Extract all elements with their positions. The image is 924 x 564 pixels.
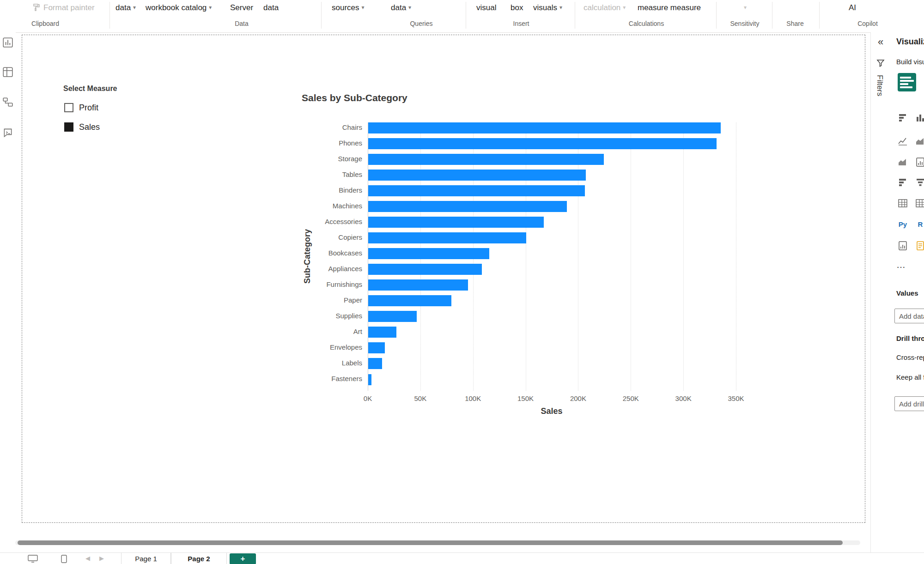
ribbon-separator (466, 2, 466, 29)
bar-tables[interactable] (368, 170, 586, 181)
server-button[interactable]: Server (230, 3, 253, 12)
mobile-layout-icon[interactable] (61, 555, 67, 563)
bar-accessories[interactable] (368, 217, 544, 228)
previous-page-arrow-icon[interactable]: ◀ (85, 555, 90, 562)
paginated-report-icon[interactable] (914, 239, 924, 252)
new-visual-label: visual (476, 3, 496, 12)
y-axis-category-label: Envelopes (270, 343, 362, 351)
y-axis-category-label: Bookcases (270, 249, 362, 257)
ribbon-group-share: Share (786, 20, 803, 27)
gridline (631, 122, 631, 391)
ribbon-separator (819, 2, 820, 29)
report-canvas[interactable]: Select Measure ProfitSales Sales by Sub-… (22, 35, 865, 523)
data-sources-label: sources (332, 3, 359, 12)
workbook-catalog-label: workbook catalog (146, 3, 207, 12)
workbook-catalog-button[interactable]: workbook catalog▾ (146, 3, 212, 12)
data-sources-button[interactable]: sources▾ (332, 3, 365, 12)
ribbon-group-queries: Queries (410, 20, 432, 27)
copilot-ai-label: AI (849, 3, 856, 12)
next-page-arrow-icon[interactable]: ▶ (99, 555, 104, 562)
refresh-data-button[interactable]: data▾ (391, 3, 411, 12)
server-label: Server (230, 3, 253, 12)
enter-data-button[interactable]: data (263, 3, 279, 12)
table-view-icon[interactable] (2, 67, 13, 78)
ribbon-group-insert: Insert (513, 20, 529, 27)
r-script-visual-icon[interactable]: R (914, 218, 924, 230)
filters-pane-label[interactable]: Filters (875, 75, 884, 96)
bar-art[interactable] (368, 327, 396, 338)
page-tab-1[interactable]: Page 1 (121, 553, 171, 564)
y-axis-category-label: Tables (270, 170, 362, 178)
values-field-well[interactable]: Add data fields here (894, 309, 924, 323)
text-box-label: box (511, 3, 523, 12)
y-axis-category-label: Fasteners (270, 375, 362, 382)
y-axis-category-label: Chairs (270, 123, 362, 131)
x-axis-tick-label: 0K (349, 394, 386, 402)
bar-supplies[interactable] (368, 311, 417, 322)
bar-labels[interactable] (368, 358, 382, 369)
bar-paper[interactable] (368, 295, 451, 306)
matrix-icon[interactable] (896, 197, 909, 210)
ribbon-group-data: Data (235, 20, 249, 27)
expand-pane-icon[interactable]: « (871, 36, 890, 48)
format-painter-label: Format painter (43, 3, 95, 12)
copilot-ai-button[interactable]: AI (849, 3, 856, 12)
y-axis-category-label: Labels (270, 359, 362, 367)
ribbon-separator (575, 2, 575, 29)
chevron-down-icon: ▾ (362, 4, 365, 11)
measure-buttons[interactable]: measure measure (638, 3, 701, 12)
stacked-bar-chart-icon[interactable] (896, 111, 909, 124)
bar-fasteners[interactable] (368, 374, 371, 385)
stacked-area-chart-icon[interactable] (896, 156, 909, 169)
report-view-icon[interactable] (2, 37, 13, 48)
keep-all-filters-label[interactable]: Keep all filters (896, 373, 924, 381)
chevron-down-icon: ▾ (559, 4, 562, 11)
new-visual-button[interactable]: visual (476, 3, 496, 12)
bar-machines[interactable] (368, 201, 567, 212)
funnel-chart-icon[interactable] (914, 176, 924, 189)
dax-query-view-icon[interactable] (2, 127, 13, 138)
bar-bookcases[interactable] (368, 248, 489, 259)
ribbon: Format painter data▾ workbook catalog▾ S… (0, 0, 924, 33)
bar-appliances[interactable] (368, 264, 482, 275)
more-visuals-button[interactable]: visuals▾ (533, 3, 562, 12)
report-visual-icon[interactable] (896, 239, 909, 252)
horizontal-scrollbar-track[interactable] (15, 540, 860, 545)
chevron-down-icon: ▾ (209, 4, 212, 11)
bar-chart-visual[interactable]: Sales by Sub-Category Sub-Category Sales… (22, 35, 865, 522)
line-chart-icon[interactable] (896, 135, 909, 148)
model-view-icon[interactable] (2, 97, 13, 108)
new-page-button[interactable]: + (230, 553, 256, 564)
bar-storage[interactable] (368, 154, 604, 165)
clustered-bar-chart-icon[interactable] (896, 176, 909, 189)
bar-chairs[interactable] (368, 122, 721, 133)
chevron-down-icon: ▾ (623, 4, 626, 11)
bar-furnishings[interactable] (368, 279, 468, 291)
bar-envelopes[interactable] (368, 342, 385, 353)
python-visual-icon[interactable]: Py (896, 218, 909, 230)
drill-through-section-label: Drill through (896, 334, 924, 342)
bar-phones[interactable] (368, 138, 717, 149)
gridline (683, 122, 684, 391)
bar-binders[interactable] (368, 185, 585, 196)
bar-copiers[interactable] (368, 232, 526, 243)
more-visuals-options-icon[interactable]: … (896, 260, 906, 270)
y-axis-category-label: Appliances (270, 265, 362, 273)
ribbon-chart-icon[interactable] (914, 156, 924, 169)
text-box-button[interactable]: box (511, 3, 523, 12)
desktop-layout-icon[interactable] (28, 555, 38, 563)
clustered-column-chart-icon[interactable] (914, 111, 924, 124)
cross-report-label[interactable]: Cross-report (896, 353, 924, 361)
drill-through-field-well[interactable]: Add drill-through fields here (894, 396, 924, 411)
get-data-button[interactable]: data▾ (116, 3, 136, 12)
chart-title: Sales by Sub-Category (302, 92, 407, 103)
area-chart-icon[interactable] (914, 135, 924, 148)
page-tab-2[interactable]: Page 2 (171, 553, 227, 564)
format-painter-icon (32, 3, 41, 12)
table-icon[interactable] (914, 197, 924, 210)
filter-funnel-icon[interactable] (876, 58, 885, 67)
horizontal-scrollbar-thumb[interactable] (18, 540, 843, 545)
y-axis-category-label: Furnishings (270, 280, 362, 288)
view-switcher-sidebar (0, 32, 16, 552)
ribbon-group-sensitivity: Sensitivity (730, 20, 759, 27)
